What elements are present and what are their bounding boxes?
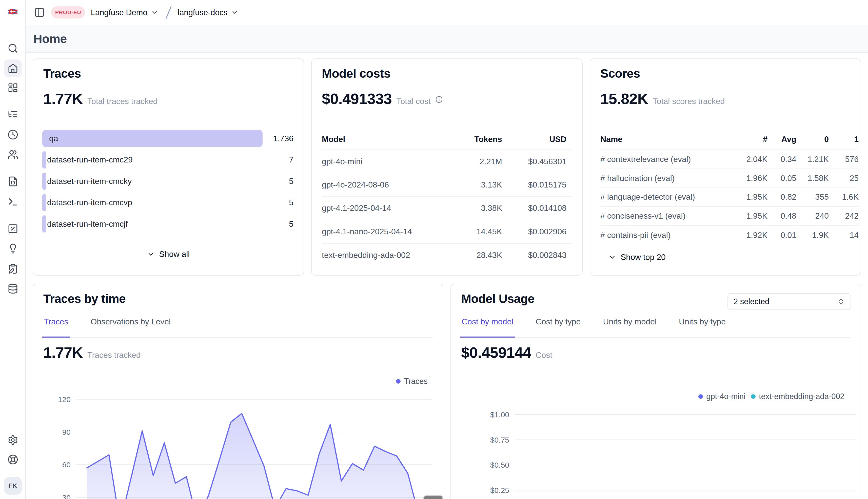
traces-tracked-value: 1.77K <box>43 344 83 362</box>
sidebar-item-llm-as-a-judge[interactable] <box>4 240 22 257</box>
traces-card: Traces 1.77K Total traces tracked qa1,73… <box>33 59 304 276</box>
main-content: Traces 1.77K Total traces tracked qa1,73… <box>26 53 868 499</box>
row-value: 1.95K <box>737 211 768 221</box>
trace-bar-track: dataset-run-item-cmcjf <box>42 215 262 233</box>
column-header: Model <box>322 135 447 144</box>
trace-bar-row[interactable]: qa1,736 <box>43 130 294 147</box>
model-usage-card: Model Usage 2 selected Cost by modelCost… <box>450 284 861 499</box>
trace-bar-label: dataset-run-item-cmc29 <box>47 151 133 169</box>
lightbulb-icon <box>8 243 18 254</box>
sidebar-item-home[interactable] <box>4 60 22 77</box>
tab-observations-by-level[interactable]: Observations by Level <box>90 315 171 337</box>
score-row[interactable]: # language-detector (eval)1.95K0.823551.… <box>601 188 859 207</box>
model-cost-row[interactable]: gpt-4.1-2025-04-143.38K$0.014108 <box>322 197 572 220</box>
score-row[interactable]: # contextrelevance (eval)2.04K0.341.21K5… <box>601 150 859 169</box>
trace-bar-row[interactable]: dataset-run-item-cmc297 <box>43 151 294 169</box>
tab-units-by-model[interactable]: Units by model <box>602 315 657 337</box>
model-cost-row[interactable]: gpt-4o-2024-08-063.13K$0.015175 <box>322 173 572 197</box>
sidebar-item-search[interactable] <box>4 39 22 57</box>
users-icon <box>8 149 18 160</box>
row-label: gpt-4.1-nano-2025-04-14 <box>322 227 447 236</box>
sidebar-item-dashboards[interactable] <box>4 79 22 97</box>
chevron-down-icon <box>231 9 239 16</box>
environment-badge[interactable]: PROD-EU <box>51 6 85 19</box>
score-row[interactable]: # hallucination (eval)1.96K0.051.58K25 <box>601 169 859 188</box>
sidebar-item-datasets[interactable] <box>4 280 22 297</box>
sidebar-item-tracing[interactable] <box>4 105 22 123</box>
row-value: 240 <box>796 211 829 221</box>
sidebar-item-users[interactable] <box>4 146 22 163</box>
tab-traces[interactable]: Traces <box>43 315 69 337</box>
legend-label: Traces <box>404 377 428 386</box>
sidebar: FK <box>0 0 26 499</box>
langfuse-logo-icon[interactable] <box>8 8 18 15</box>
score-row[interactable]: # conciseness-v1 (eval)1.95K0.48240242 <box>601 207 859 226</box>
sidebar-item-sessions[interactable] <box>4 126 22 144</box>
row-value: 14.45K <box>447 227 508 236</box>
row-value: 1.9K <box>796 231 829 240</box>
tab-units-by-type[interactable]: Units by type <box>678 315 726 337</box>
show-top-20-label: Show top 20 <box>621 253 666 262</box>
summary-cards-row: Traces 1.77K Total traces tracked qa1,73… <box>33 59 861 276</box>
clipboard-pen-icon <box>8 264 18 274</box>
row-value: 14 <box>829 231 859 240</box>
model-costs-table: ModelTokensUSDgpt-4o-mini2.21M$0.456301g… <box>322 129 572 267</box>
show-all-button[interactable]: Show all <box>147 250 190 259</box>
row-label: # contextrelevance (eval) <box>601 155 737 164</box>
traces-by-time-title: Traces by time <box>43 291 433 307</box>
user-avatar[interactable]: FK <box>4 477 22 495</box>
chevron-down-icon <box>151 9 158 16</box>
tab-cost-by-model[interactable]: Cost by model <box>461 315 514 337</box>
model-cost-row[interactable]: text-embedding-ada-00228.43K$0.002843 <box>322 244 572 267</box>
model-usage-legend: gpt-4o-minitext-embedding-ada-002 <box>698 392 844 401</box>
table-header: ModelTokensUSD <box>322 129 572 150</box>
tab-cost-by-type[interactable]: Cost by type <box>535 315 581 337</box>
org-switcher[interactable]: Langfuse Demo <box>91 8 158 17</box>
row-label: # contains-pii (eval) <box>601 231 737 240</box>
sidebar-item-prompts[interactable] <box>4 173 22 190</box>
scores-total-subtitle: Total scores tracked <box>653 97 725 106</box>
trace-bar <box>42 173 46 190</box>
trace-bar-value: 5 <box>262 198 294 207</box>
clock-icon <box>8 129 18 140</box>
sidebar-item-support[interactable] <box>4 451 22 468</box>
row-value: 0.82 <box>768 192 796 202</box>
sidebar-item-settings[interactable] <box>4 431 22 449</box>
scores-card: Scores 15.82K Total scores tracked Name#… <box>590 59 861 276</box>
search-icon <box>8 43 18 54</box>
traces-by-time-card: Traces by time TracesObservations by Lev… <box>33 284 443 499</box>
project-switcher[interactable]: langfuse-docs <box>178 8 239 17</box>
horizontal-scrollbar-thumb[interactable] <box>423 496 443 499</box>
legend-dot-icon <box>698 394 703 399</box>
info-icon[interactable] <box>435 96 443 105</box>
show-all-label: Show all <box>159 250 190 259</box>
model-select[interactable]: 2 selected <box>727 293 851 310</box>
house-icon <box>8 63 18 74</box>
sidebar-item-annotation[interactable] <box>4 260 22 278</box>
score-row[interactable]: # contains-pii (eval)1.92K0.011.9K14 <box>601 226 859 245</box>
svg-text:$1.00: $1.00 <box>490 411 509 419</box>
legend-dot-icon <box>396 379 401 384</box>
terminal-icon <box>8 197 18 207</box>
life-buoy-icon <box>8 454 18 465</box>
sidebar-toggle-button[interactable] <box>33 6 46 19</box>
legend-item[interactable]: text-embedding-ada-002 <box>751 392 844 401</box>
legend-item[interactable]: gpt-4o-mini <box>698 392 746 401</box>
model-costs-total-value: $0.491333 <box>322 90 392 108</box>
trace-bar-row[interactable]: dataset-run-item-cmcjf5 <box>43 215 294 233</box>
traces-chart-legend: Traces <box>396 377 428 386</box>
row-value: 0.05 <box>768 173 796 183</box>
model-cost-row[interactable]: gpt-4.1-nano-2025-04-1414.45K$0.002906 <box>322 220 572 243</box>
trace-bar-row[interactable]: dataset-run-item-cmcvp5 <box>43 194 294 211</box>
trace-bar-track: dataset-run-item-cmc29 <box>42 151 262 169</box>
traces-bar-chart: qa1,736dataset-run-item-cmc297dataset-ru… <box>43 130 294 233</box>
model-cost-row[interactable]: gpt-4o-mini2.21M$0.456301 <box>322 150 572 173</box>
trace-bar-track: qa <box>42 130 262 147</box>
sidebar-item-evaluation[interactable] <box>4 220 22 238</box>
trace-bar-row[interactable]: dataset-run-item-cmcky5 <box>43 173 294 190</box>
show-top-20-button[interactable]: Show top 20 <box>608 253 666 262</box>
sidebar-item-playground[interactable] <box>4 193 22 211</box>
column-header: 0 <box>796 135 829 144</box>
legend-item[interactable]: Traces <box>396 377 428 386</box>
scores-table: Name#Avg01# contextrelevance (eval)2.04K… <box>601 129 859 245</box>
